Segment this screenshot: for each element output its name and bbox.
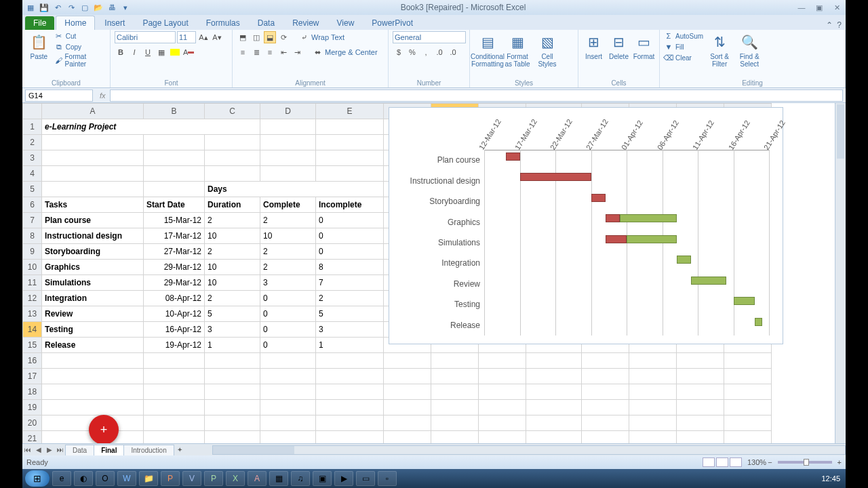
sheet-tab-data[interactable]: Data <box>65 445 94 455</box>
taskbar-app3-icon[interactable]: ▶ <box>334 471 353 486</box>
bold-button[interactable]: B <box>115 46 127 58</box>
align-right-button[interactable]: ≡ <box>264 46 276 58</box>
zoom-level[interactable]: 130% <box>747 458 766 466</box>
orientation-button[interactable]: ⟳ <box>277 31 290 43</box>
border-button[interactable]: ▦ <box>155 46 167 58</box>
formula-input[interactable] <box>110 89 843 102</box>
grow-font-button[interactable]: A▴ <box>197 31 210 43</box>
insert-cells-button[interactable]: ⊞Insert <box>583 31 605 76</box>
sort-filter-button[interactable]: ⇅Sort & Filter <box>706 31 733 76</box>
tab-review[interactable]: Review <box>284 16 327 30</box>
col-header-D[interactable]: D <box>260 104 316 119</box>
sheet-nav-first[interactable]: ⏮ <box>22 446 33 453</box>
merge-button[interactable]: ⬌ <box>311 46 323 58</box>
align-center-button[interactable]: ≣ <box>250 46 262 58</box>
open-icon[interactable]: 📂 <box>93 2 104 13</box>
align-left-button[interactable]: ≡ <box>237 46 249 58</box>
format-as-table-button[interactable]: ▦Format as Table <box>504 31 531 76</box>
taskbar-access-icon[interactable]: A <box>248 471 267 486</box>
taskbar-excel-icon[interactable]: X <box>226 471 245 486</box>
col-header-C[interactable]: C <box>205 104 260 119</box>
taskbar-ie-icon[interactable]: e <box>52 471 71 486</box>
taskbar-clock[interactable]: 12:45 <box>821 474 843 483</box>
tab-file[interactable]: File <box>25 16 54 30</box>
new-sheet-button[interactable]: ✦ <box>174 446 185 453</box>
copy-button[interactable]: ⧉Copy <box>54 42 106 52</box>
zoom-out-button[interactable]: − <box>768 458 772 466</box>
fill-color-button[interactable] <box>169 46 181 58</box>
align-middle-button[interactable]: ◫ <box>250 31 262 43</box>
ribbon-minimize-icon[interactable]: ⌃ <box>826 20 833 30</box>
save-icon[interactable]: 💾 <box>39 2 50 13</box>
find-select-button[interactable]: 🔍Find & Select <box>736 31 763 76</box>
gantt-chart[interactable]: 12-Mar-1217-Mar-1222-Mar-1227-Mar-1201-A… <box>389 107 783 344</box>
close-button[interactable]: ✕ <box>831 3 843 12</box>
font-color-button[interactable]: A <box>182 46 195 58</box>
sheet-nav-last[interactable]: ⏭ <box>55 446 66 453</box>
fx-button[interactable]: fx <box>96 92 110 100</box>
inc-decimals-button[interactable]: .0 <box>433 46 446 58</box>
clear-button[interactable]: ⌫Clear <box>664 53 703 62</box>
name-box[interactable]: G14 <box>25 89 93 102</box>
tab-formulas[interactable]: Formulas <box>198 16 248 30</box>
taskbar-ppt-icon[interactable]: P <box>161 471 180 486</box>
percent-button[interactable]: % <box>406 46 418 58</box>
font-size-combo[interactable]: 11 <box>177 31 196 43</box>
sheet-nav-next[interactable]: ▶ <box>44 446 55 453</box>
start-button[interactable]: ⊞ <box>25 470 50 487</box>
taskbar-app-icon[interactable]: ▦ <box>269 471 288 486</box>
align-bottom-button[interactable]: ⬓ <box>264 31 276 43</box>
taskbar-visio-icon[interactable]: V <box>182 471 201 486</box>
tab-insert[interactable]: Insert <box>96 16 133 30</box>
taskbar-app4-icon[interactable]: ▭ <box>356 471 375 486</box>
autosum-button[interactable]: ΣAutoSum <box>664 31 703 41</box>
comma-button[interactable]: , <box>420 46 432 58</box>
col-header-E[interactable]: E <box>316 104 384 119</box>
redo-icon[interactable]: ↷ <box>66 2 77 13</box>
number-format-combo[interactable]: General <box>393 31 466 43</box>
tab-data[interactable]: Data <box>250 16 283 30</box>
zoom-slider[interactable] <box>778 461 832 464</box>
taskbar-app5-icon[interactable]: ▫ <box>378 471 397 486</box>
fill-button[interactable]: ▼Fill <box>664 42 703 52</box>
format-painter-button[interactable]: 🖌Format Painter <box>54 53 106 68</box>
taskbar-media-icon[interactable]: ♫ <box>291 471 310 486</box>
col-header-B[interactable]: B <box>144 104 205 119</box>
indent-inc-button[interactable]: ⇥ <box>291 46 303 58</box>
vertical-scrollbar[interactable] <box>835 103 846 443</box>
maximize-button[interactable]: ▣ <box>813 3 825 12</box>
align-top-button[interactable]: ⬒ <box>237 31 249 43</box>
shrink-font-button[interactable]: A▾ <box>211 31 223 43</box>
font-name-combo[interactable]: Calibri <box>115 31 176 43</box>
sheet-tab-final[interactable]: Final <box>94 445 124 455</box>
tab-page-layout[interactable]: Page Layout <box>134 16 196 30</box>
indent-dec-button[interactable]: ⇤ <box>277 46 290 58</box>
minimize-button[interactable]: — <box>795 3 808 12</box>
qat-more-icon[interactable]: ▾ <box>120 2 131 13</box>
tab-view[interactable]: View <box>329 16 363 30</box>
tab-powerpivot[interactable]: PowerPivot <box>363 16 421 30</box>
italic-button[interactable]: I <box>128 46 140 58</box>
tab-home[interactable]: Home <box>56 16 95 30</box>
cut-button[interactable]: ✂Cut <box>54 31 106 41</box>
sheet-tab-introduction[interactable]: Introduction <box>123 445 174 455</box>
zoom-in-button[interactable]: + <box>837 458 842 466</box>
undo-icon[interactable]: ↶ <box>52 2 63 13</box>
currency-button[interactable]: $ <box>393 46 405 58</box>
underline-button[interactable]: U <box>142 46 154 58</box>
taskbar-app2-icon[interactable]: ▣ <box>313 471 332 486</box>
help-icon[interactable]: ? <box>837 20 842 30</box>
conditional-formatting-button[interactable]: ▤Conditional Formatting <box>474 31 501 76</box>
delete-cells-button[interactable]: ⊟Delete <box>608 31 630 76</box>
view-layout-button[interactable] <box>716 458 728 467</box>
wrap-text-button[interactable]: ⤶ <box>298 31 310 43</box>
format-cells-button[interactable]: ▭Format <box>633 31 655 76</box>
paste-button[interactable]: 📋 Paste <box>26 31 52 76</box>
taskbar-outlook-icon[interactable]: O <box>96 471 115 486</box>
cell-styles-button[interactable]: ▧Cell Styles <box>534 31 561 76</box>
print-preview-icon[interactable]: 🖶 <box>106 2 117 13</box>
taskbar-folder-icon[interactable]: 📁 <box>139 471 158 486</box>
taskbar-word-icon[interactable]: W <box>117 471 136 486</box>
taskbar-chrome-icon[interactable]: ◐ <box>74 471 93 486</box>
view-break-button[interactable] <box>730 458 742 467</box>
